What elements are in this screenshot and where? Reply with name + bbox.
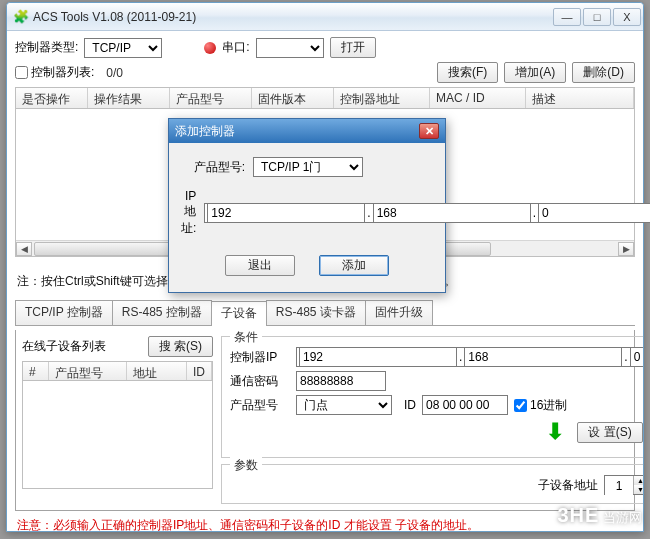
app-icon: 🧩 bbox=[13, 9, 29, 25]
window-buttons: — □ X bbox=[551, 8, 641, 26]
subaddr-input[interactable] bbox=[605, 476, 633, 496]
tabs: TCP/IP 控制器 RS-485 控制器 子设备 RS-485 读卡器 固件升… bbox=[15, 300, 635, 326]
sth-num[interactable]: # bbox=[23, 362, 49, 380]
sth-addr[interactable]: 地址 bbox=[127, 362, 187, 380]
id-input[interactable] bbox=[422, 395, 508, 415]
controller-ip-input[interactable]: . . . bbox=[296, 347, 643, 367]
ip-label: 控制器IP bbox=[230, 349, 290, 366]
online-list-label: 在线子设备列表 bbox=[22, 338, 106, 355]
controller-list-checkbox[interactable]: 控制器列表: bbox=[15, 64, 94, 81]
close-button[interactable]: X bbox=[613, 8, 641, 26]
add-controller-dialog: 添加控制器 ✕ 产品型号: TCP/IP 1门 IP地址: . . . 退出 添… bbox=[168, 118, 446, 293]
dialog-titlebar[interactable]: 添加控制器 ✕ bbox=[169, 119, 445, 143]
dip1[interactable] bbox=[207, 203, 365, 223]
model-select[interactable]: 门点 bbox=[296, 395, 392, 415]
tab-subdevice[interactable]: 子设备 bbox=[211, 301, 267, 326]
toolbar-row-2: 控制器列表: 0/0 搜索(F) 增加(A) 删除(D) bbox=[15, 62, 635, 83]
params-group: 参数 子设备地址 ▲▼ bbox=[221, 464, 643, 504]
pwd-label: 通信密码 bbox=[230, 373, 290, 390]
serial-label: 串口: bbox=[222, 39, 249, 56]
dialog-ip-input[interactable]: . . . bbox=[204, 203, 650, 223]
left-header-row: 在线子设备列表 搜 索(S) bbox=[22, 336, 213, 357]
subaddr-spinner[interactable]: ▲▼ bbox=[604, 475, 643, 495]
th-macid[interactable]: MAC / ID bbox=[430, 88, 526, 108]
sub-table-header[interactable]: # 产品型号 地址 ID bbox=[22, 361, 213, 381]
conditions-group: 条件 控制器IP . . . 通信密码 bbox=[221, 336, 643, 458]
tab-firmware[interactable]: 固件升级 bbox=[365, 300, 433, 325]
arrow-down-icon: ⬇ bbox=[543, 419, 567, 445]
dialog-ip-label: IP地址: bbox=[181, 189, 196, 237]
left-search-button[interactable]: 搜 索(S) bbox=[148, 336, 213, 357]
spin-down-icon[interactable]: ▼ bbox=[633, 485, 643, 494]
open-button[interactable]: 打开 bbox=[330, 37, 376, 58]
ip-seg-2[interactable] bbox=[464, 347, 622, 367]
hex-checkbox[interactable]: 16进制 bbox=[514, 397, 567, 414]
dialog-model-select[interactable]: TCP/IP 1门 bbox=[253, 157, 363, 177]
left-column: 在线子设备列表 搜 索(S) # 产品型号 地址 ID bbox=[22, 336, 213, 504]
add-button[interactable]: 增加(A) bbox=[504, 62, 566, 83]
maximize-button[interactable]: □ bbox=[583, 8, 611, 26]
ip-seg-1[interactable] bbox=[299, 347, 457, 367]
controller-list-label: 控制器列表: bbox=[31, 64, 94, 81]
tab-tcpip[interactable]: TCP/IP 控制器 bbox=[15, 300, 113, 325]
watermark: 3HE 当游网 bbox=[557, 504, 642, 527]
th-firmware[interactable]: 固件版本 bbox=[252, 88, 334, 108]
titlebar[interactable]: 🧩 ACS Tools V1.08 (2011-09-21) — □ X bbox=[7, 3, 643, 31]
subaddr-label: 子设备地址 bbox=[538, 477, 598, 494]
dialog-close-button[interactable]: ✕ bbox=[419, 123, 439, 139]
dip2[interactable] bbox=[373, 203, 531, 223]
controller-list-check[interactable] bbox=[15, 66, 28, 79]
minimize-button[interactable]: — bbox=[553, 8, 581, 26]
tab-rs485-reader[interactable]: RS-485 读卡器 bbox=[266, 300, 366, 325]
th-operate[interactable]: 是否操作 bbox=[16, 88, 88, 108]
controller-type-select[interactable]: TCP/IP bbox=[84, 38, 162, 58]
conditions-legend: 条件 bbox=[230, 329, 262, 346]
right-column: 条件 控制器IP . . . 通信密码 bbox=[221, 336, 643, 504]
tab-rs485-controller[interactable]: RS-485 控制器 bbox=[112, 300, 212, 325]
th-result[interactable]: 操作结果 bbox=[88, 88, 170, 108]
watermark-text: 当游网 bbox=[599, 510, 642, 525]
controller-list-count: 0/0 bbox=[106, 66, 123, 80]
dialog-model-label: 产品型号: bbox=[181, 159, 245, 176]
scroll-left-icon[interactable]: ◀ bbox=[16, 242, 32, 256]
set-button[interactable]: 设 置(S) bbox=[577, 422, 642, 443]
warning-text: 注意：必须输入正确的控制器IP地址、通信密码和子设备的ID 才能设置 子设备的地… bbox=[15, 515, 635, 531]
params-legend: 参数 bbox=[230, 457, 262, 474]
dialog-title: 添加控制器 bbox=[175, 123, 235, 140]
sth-id[interactable]: ID bbox=[187, 362, 212, 380]
sub-table: # 产品型号 地址 ID bbox=[22, 361, 213, 489]
toolbar-row-1: 控制器类型: TCP/IP 串口: 打开 bbox=[15, 37, 635, 58]
delete-button[interactable]: 删除(D) bbox=[572, 62, 635, 83]
dialog-body: 产品型号: TCP/IP 1门 IP地址: . . . 退出 添加 bbox=[169, 143, 445, 292]
sth-model[interactable]: 产品型号 bbox=[49, 362, 127, 380]
serial-select[interactable] bbox=[256, 38, 324, 58]
ip-seg-3[interactable] bbox=[630, 347, 643, 367]
search-button[interactable]: 搜索(F) bbox=[437, 62, 498, 83]
dip3[interactable] bbox=[538, 203, 650, 223]
th-model[interactable]: 产品型号 bbox=[170, 88, 252, 108]
scroll-right-icon[interactable]: ▶ bbox=[618, 242, 634, 256]
pwd-input[interactable] bbox=[296, 371, 386, 391]
hex-check[interactable] bbox=[514, 399, 527, 412]
watermark-brand: 3HE bbox=[557, 504, 599, 526]
table-header[interactable]: 是否操作 操作结果 产品型号 固件版本 控制器地址 MAC / ID 描述 bbox=[15, 87, 635, 109]
dialog-add-button[interactable]: 添加 bbox=[319, 255, 389, 276]
window-title: ACS Tools V1.08 (2011-09-21) bbox=[33, 10, 551, 24]
model-label: 产品型号 bbox=[230, 397, 290, 414]
id-label: ID bbox=[398, 398, 416, 412]
tab-panel: 在线子设备列表 搜 索(S) # 产品型号 地址 ID 条件 bbox=[15, 330, 635, 511]
hex-label: 16进制 bbox=[530, 397, 567, 414]
status-dot-icon bbox=[204, 42, 216, 54]
controller-type-label: 控制器类型: bbox=[15, 39, 78, 56]
th-desc[interactable]: 描述 bbox=[526, 88, 634, 108]
th-address[interactable]: 控制器地址 bbox=[334, 88, 430, 108]
sub-table-body[interactable] bbox=[22, 381, 213, 489]
dialog-exit-button[interactable]: 退出 bbox=[225, 255, 295, 276]
spin-up-icon[interactable]: ▲ bbox=[633, 476, 643, 485]
